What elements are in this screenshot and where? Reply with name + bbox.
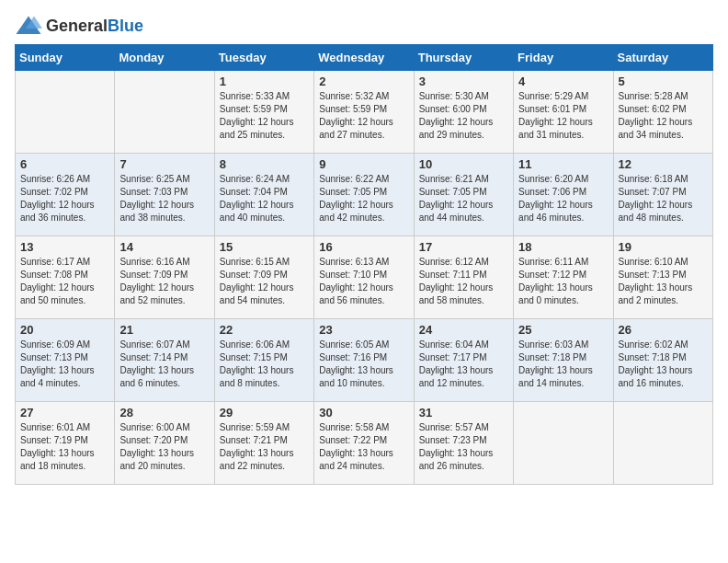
calendar-cell: 2Sunrise: 5:32 AMSunset: 5:59 PMDaylight… [314, 71, 414, 154]
calendar-cell: 9Sunrise: 6:22 AMSunset: 7:05 PMDaylight… [314, 154, 414, 236]
day-number: 12 [619, 157, 708, 171]
day-info: Sunrise: 6:09 AMSunset: 7:13 PMDaylight:… [20, 339, 109, 390]
calendar-cell: 1Sunrise: 5:33 AMSunset: 5:59 PMDaylight… [214, 71, 313, 154]
calendar-week-1: 1Sunrise: 5:33 AMSunset: 5:59 PMDaylight… [16, 71, 713, 154]
day-number: 13 [20, 240, 109, 254]
calendar-body: 1Sunrise: 5:33 AMSunset: 5:59 PMDaylight… [16, 71, 713, 485]
day-number: 27 [20, 406, 109, 419]
calendar-cell: 14Sunrise: 6:16 AMSunset: 7:09 PMDayligh… [115, 236, 214, 319]
calendar-cell: 3Sunrise: 5:30 AMSunset: 6:00 PMDaylight… [414, 71, 513, 154]
day-number: 2 [319, 75, 408, 88]
weekday-header-saturday: Saturday [613, 45, 712, 71]
day-info: Sunrise: 6:05 AMSunset: 7:16 PMDaylight:… [319, 339, 408, 390]
day-info: Sunrise: 5:57 AMSunset: 7:23 PMDaylight:… [419, 421, 508, 473]
day-info: Sunrise: 6:13 AMSunset: 7:10 PMDaylight:… [319, 256, 408, 307]
day-number: 6 [20, 157, 109, 171]
calendar-cell: 30Sunrise: 5:58 AMSunset: 7:22 PMDayligh… [314, 402, 414, 485]
calendar-cell: 21Sunrise: 6:07 AMSunset: 7:14 PMDayligh… [115, 319, 214, 402]
day-number: 4 [518, 75, 608, 88]
day-number: 16 [319, 240, 408, 254]
logo-icon [15, 15, 42, 37]
day-number: 10 [419, 157, 508, 171]
weekday-header-monday: Monday [115, 45, 214, 71]
day-info: Sunrise: 6:15 AMSunset: 7:09 PMDaylight:… [220, 256, 309, 307]
calendar-week-2: 6Sunrise: 6:26 AMSunset: 7:02 PMDaylight… [16, 154, 713, 236]
day-info: Sunrise: 6:12 AMSunset: 7:11 PMDaylight:… [419, 256, 508, 307]
day-number: 8 [220, 157, 309, 171]
day-info: Sunrise: 6:11 AMSunset: 7:12 PMDaylight:… [518, 256, 608, 307]
calendar-cell: 31Sunrise: 5:57 AMSunset: 7:23 PMDayligh… [414, 402, 513, 485]
calendar-cell: 13Sunrise: 6:17 AMSunset: 7:08 PMDayligh… [16, 236, 115, 319]
weekday-row: SundayMondayTuesdayWednesdayThursdayFrid… [16, 45, 713, 71]
calendar-cell: 8Sunrise: 6:24 AMSunset: 7:04 PMDaylight… [214, 154, 313, 236]
calendar-cell [16, 71, 115, 154]
calendar-cell: 25Sunrise: 6:03 AMSunset: 7:18 PMDayligh… [514, 319, 613, 402]
day-number: 30 [319, 406, 408, 419]
weekday-header-wednesday: Wednesday [314, 45, 414, 71]
day-info: Sunrise: 6:25 AMSunset: 7:03 PMDaylight:… [119, 173, 209, 224]
day-number: 9 [319, 157, 408, 171]
day-info: Sunrise: 6:17 AMSunset: 7:08 PMDaylight:… [20, 256, 109, 307]
calendar-cell: 7Sunrise: 6:25 AMSunset: 7:03 PMDaylight… [115, 154, 214, 236]
day-info: Sunrise: 5:33 AMSunset: 5:59 PMDaylight:… [220, 90, 309, 142]
calendar-cell [613, 402, 712, 485]
calendar-cell: 11Sunrise: 6:20 AMSunset: 7:06 PMDayligh… [514, 154, 613, 236]
calendar-cell: 23Sunrise: 6:05 AMSunset: 7:16 PMDayligh… [314, 319, 414, 402]
day-info: Sunrise: 6:00 AMSunset: 7:20 PMDaylight:… [119, 421, 209, 473]
day-info: Sunrise: 6:24 AMSunset: 7:04 PMDaylight:… [220, 173, 309, 224]
calendar-cell: 5Sunrise: 5:28 AMSunset: 6:02 PMDaylight… [613, 71, 712, 154]
day-info: Sunrise: 6:18 AMSunset: 7:07 PMDaylight:… [619, 173, 708, 224]
day-number: 3 [419, 75, 508, 88]
calendar-table: SundayMondayTuesdayWednesdayThursdayFrid… [15, 44, 713, 485]
weekday-header-sunday: Sunday [16, 45, 115, 71]
calendar-cell: 18Sunrise: 6:11 AMSunset: 7:12 PMDayligh… [514, 236, 613, 319]
calendar-cell: 6Sunrise: 6:26 AMSunset: 7:02 PMDaylight… [16, 154, 115, 236]
day-number: 14 [119, 240, 209, 254]
calendar-cell: 10Sunrise: 6:21 AMSunset: 7:05 PMDayligh… [414, 154, 513, 236]
calendar-header: SundayMondayTuesdayWednesdayThursdayFrid… [16, 45, 713, 71]
calendar-cell: 20Sunrise: 6:09 AMSunset: 7:13 PMDayligh… [16, 319, 115, 402]
day-info: Sunrise: 5:29 AMSunset: 6:01 PMDaylight:… [518, 90, 608, 142]
day-number: 5 [619, 75, 708, 88]
day-number: 1 [220, 75, 309, 88]
day-info: Sunrise: 5:28 AMSunset: 6:02 PMDaylight:… [619, 90, 708, 142]
day-number: 28 [119, 406, 209, 419]
day-number: 20 [20, 323, 109, 337]
calendar-cell: 24Sunrise: 6:04 AMSunset: 7:17 PMDayligh… [414, 319, 513, 402]
day-info: Sunrise: 5:32 AMSunset: 5:59 PMDaylight:… [319, 90, 408, 142]
calendar-cell: 26Sunrise: 6:02 AMSunset: 7:18 PMDayligh… [613, 319, 712, 402]
day-info: Sunrise: 6:21 AMSunset: 7:05 PMDaylight:… [419, 173, 508, 224]
day-number: 21 [119, 323, 209, 337]
day-info: Sunrise: 6:20 AMSunset: 7:06 PMDaylight:… [518, 173, 608, 224]
day-info: Sunrise: 6:02 AMSunset: 7:18 PMDaylight:… [619, 339, 708, 390]
calendar-cell: 12Sunrise: 6:18 AMSunset: 7:07 PMDayligh… [613, 154, 712, 236]
day-info: Sunrise: 6:03 AMSunset: 7:18 PMDaylight:… [518, 339, 608, 390]
day-info: Sunrise: 5:30 AMSunset: 6:00 PMDaylight:… [419, 90, 508, 142]
calendar-cell [115, 71, 214, 154]
calendar-week-4: 20Sunrise: 6:09 AMSunset: 7:13 PMDayligh… [16, 319, 713, 402]
calendar-cell: 19Sunrise: 6:10 AMSunset: 7:13 PMDayligh… [613, 236, 712, 319]
page-header: GeneralBlue [15, 15, 713, 37]
day-info: Sunrise: 6:10 AMSunset: 7:13 PMDaylight:… [619, 256, 708, 307]
day-number: 23 [319, 323, 408, 337]
day-number: 11 [518, 157, 608, 171]
day-number: 26 [619, 323, 708, 337]
calendar-cell: 15Sunrise: 6:15 AMSunset: 7:09 PMDayligh… [214, 236, 313, 319]
day-number: 18 [518, 240, 608, 254]
day-number: 19 [619, 240, 708, 254]
calendar-cell [514, 402, 613, 485]
day-info: Sunrise: 5:59 AMSunset: 7:21 PMDaylight:… [220, 421, 309, 473]
calendar-cell: 4Sunrise: 5:29 AMSunset: 6:01 PMDaylight… [514, 71, 613, 154]
calendar-cell: 27Sunrise: 6:01 AMSunset: 7:19 PMDayligh… [16, 402, 115, 485]
day-info: Sunrise: 6:26 AMSunset: 7:02 PMDaylight:… [20, 173, 109, 224]
weekday-header-friday: Friday [514, 45, 613, 71]
day-number: 7 [119, 157, 209, 171]
logo-blue: Blue [108, 17, 143, 35]
calendar-week-3: 13Sunrise: 6:17 AMSunset: 7:08 PMDayligh… [16, 236, 713, 319]
calendar-week-5: 27Sunrise: 6:01 AMSunset: 7:19 PMDayligh… [16, 402, 713, 485]
logo: GeneralBlue [15, 15, 143, 37]
logo-general: General [46, 17, 108, 35]
calendar-cell: 28Sunrise: 6:00 AMSunset: 7:20 PMDayligh… [115, 402, 214, 485]
weekday-header-tuesday: Tuesday [214, 45, 313, 71]
day-info: Sunrise: 5:58 AMSunset: 7:22 PMDaylight:… [319, 421, 408, 473]
